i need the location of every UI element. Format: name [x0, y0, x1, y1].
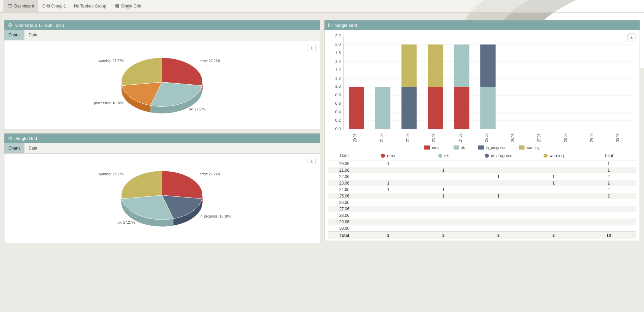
- bar-chart: 0.00.20.40.60.81.01.21.41.61.82.02.220.0…: [329, 34, 635, 143]
- panel-header: Grid Group 1 - Sub Tab 1: [4, 20, 320, 30]
- col-error[interactable]: error: [361, 153, 416, 158]
- svg-text:ok: 27.27%: ok: 27.27%: [189, 107, 206, 111]
- svg-rect-43: [427, 87, 443, 129]
- panel-sg-left: Single GridChartsDataerror: 27.27%in_pro…: [4, 133, 320, 243]
- pie-icon: [8, 136, 13, 141]
- panel-single-grid-bar: Single Grid 0.00.20.40.60.81.01.21.41.61…: [324, 20, 640, 241]
- bar-legend: errorokin_progresswarning: [328, 143, 637, 151]
- table-row: 23.06112: [328, 180, 637, 186]
- table-row: 29.06: [328, 219, 637, 225]
- svg-text:1.0: 1.0: [335, 85, 341, 88]
- svg-text:0.4: 0.4: [335, 110, 341, 114]
- svg-rect-46: [454, 87, 469, 129]
- svg-text:30.06.: 30.06.: [615, 133, 620, 142]
- tab-label: Single Grid: [121, 4, 141, 8]
- svg-text:error: 27.27%: error: 27.27%: [200, 59, 220, 63]
- panel-title: Single Grid: [335, 23, 357, 28]
- pie-chart: error: 27.27%in_progress: 18.18%ok: 27.2…: [8, 156, 316, 239]
- panel-gg1: Grid Group 1 - Sub Tab 1ChartsDataerror:…: [4, 20, 320, 130]
- svg-text:21.06.: 21.06.: [379, 133, 383, 142]
- table-row: 26.06: [328, 199, 637, 206]
- legend-ok[interactable]: ok: [454, 145, 465, 150]
- svg-text:27.06.: 27.06.: [537, 133, 541, 142]
- svg-text:processing: 18.18%: processing: 18.18%: [94, 101, 124, 105]
- svg-text:23.06.: 23.06.: [431, 133, 436, 142]
- tab-sg[interactable]: Single Grid: [110, 0, 145, 12]
- svg-rect-36: [349, 87, 364, 129]
- table-row: 27.06: [328, 206, 637, 212]
- svg-text:2.0: 2.0: [335, 42, 341, 46]
- svg-rect-49: [480, 87, 495, 129]
- svg-text:1.8: 1.8: [335, 51, 341, 55]
- table-row: 24.06112: [328, 186, 637, 193]
- sub-tabs: ChartsData: [4, 143, 320, 154]
- svg-rect-0: [8, 5, 12, 7]
- svg-text:20.06.: 20.06.: [353, 133, 357, 142]
- svg-text:25.06.: 25.06.: [484, 133, 489, 142]
- col-in_progress[interactable]: in_progress: [471, 153, 526, 158]
- sub-tab-charts[interactable]: Charts: [4, 143, 24, 153]
- bar-icon: [328, 23, 333, 28]
- monitor-icon: [7, 4, 12, 8]
- svg-text:warning: 27.27%: warning: 27.27%: [98, 59, 124, 63]
- svg-rect-41: [401, 45, 417, 87]
- svg-text:warning: 27.27%: warning: 27.27%: [98, 172, 124, 176]
- svg-text:28.06.: 28.06.: [563, 133, 567, 142]
- sub-tabs: ChartsData: [4, 30, 320, 40]
- svg-rect-50: [480, 45, 495, 87]
- svg-rect-40: [401, 87, 417, 129]
- svg-text:2.2: 2.2: [335, 34, 341, 38]
- table-row: 22.06112: [328, 173, 637, 180]
- svg-text:22.06.: 22.06.: [405, 133, 410, 142]
- svg-text:0.2: 0.2: [335, 119, 341, 122]
- data-table-head: Dateerrorokin_progresswarningTotal: [328, 151, 637, 160]
- table-row-total: Total332210: [328, 231, 637, 239]
- col-warning[interactable]: warning: [526, 153, 581, 158]
- svg-text:29.06.: 29.06.: [589, 133, 594, 142]
- tab-label: Dashboard: [14, 4, 34, 8]
- sub-tab-charts[interactable]: Charts: [4, 30, 24, 40]
- col-Total[interactable]: Total: [581, 153, 636, 158]
- pie-chart: error: 27.27%ok: 27.27%processing: 18.18…: [8, 43, 316, 125]
- svg-text:in_progress: 18.18%: in_progress: 18.18%: [200, 214, 231, 218]
- legend-in_progress[interactable]: in_progress: [478, 145, 505, 150]
- col-ok[interactable]: ok: [416, 153, 471, 158]
- legend-warning[interactable]: warning: [519, 145, 540, 150]
- table-row: 25.06112: [328, 193, 637, 199]
- sub-tab-data[interactable]: Data: [24, 30, 41, 40]
- svg-rect-38: [375, 87, 390, 129]
- download-button[interactable]: [308, 157, 316, 165]
- svg-rect-47: [454, 45, 469, 87]
- svg-text:1.4: 1.4: [335, 68, 341, 72]
- panel-header: Single Grid: [4, 134, 320, 143]
- panel-title: Single Grid: [15, 136, 37, 141]
- svg-text:0.6: 0.6: [335, 102, 341, 105]
- tab-gg1[interactable]: Grid Group 1: [38, 0, 70, 12]
- svg-text:24.06.: 24.06.: [458, 133, 462, 142]
- col-Date[interactable]: Date: [328, 153, 361, 158]
- table-row: 28.06: [328, 212, 637, 219]
- tab-label: No Tabbed Group: [74, 4, 106, 8]
- tab-dashboard[interactable]: Dashboard: [3, 0, 38, 12]
- svg-rect-1: [115, 4, 118, 8]
- data-table-body: 20.061121.061122.0611223.0611224.0611225…: [328, 160, 637, 239]
- download-button[interactable]: [308, 44, 316, 52]
- svg-text:error: 27.27%: error: 27.27%: [200, 172, 220, 176]
- legend-error[interactable]: error: [424, 145, 440, 150]
- svg-text:ok: 27.27%: ok: 27.27%: [118, 221, 135, 224]
- svg-text:1.6: 1.6: [335, 59, 341, 63]
- grid-icon: [114, 4, 119, 8]
- svg-text:1.2: 1.2: [335, 76, 341, 80]
- top-nav: DashboardGrid Group 1No Tabbed GroupSing…: [0, 0, 644, 13]
- tab-ntg[interactable]: No Tabbed Group: [70, 0, 110, 12]
- svg-text:26.06.: 26.06.: [510, 133, 515, 142]
- svg-rect-44: [427, 45, 443, 87]
- panel-header: Single Grid: [325, 20, 640, 30]
- sub-tab-data[interactable]: Data: [24, 143, 41, 153]
- table-row: 30.06: [328, 225, 637, 231]
- table-row: 21.0611: [328, 167, 637, 173]
- svg-text:0.8: 0.8: [335, 93, 341, 97]
- panel-title: Grid Group 1 - Sub Tab 1: [15, 23, 65, 28]
- svg-text:0.0: 0.0: [335, 127, 341, 131]
- pie-icon: [8, 23, 13, 28]
